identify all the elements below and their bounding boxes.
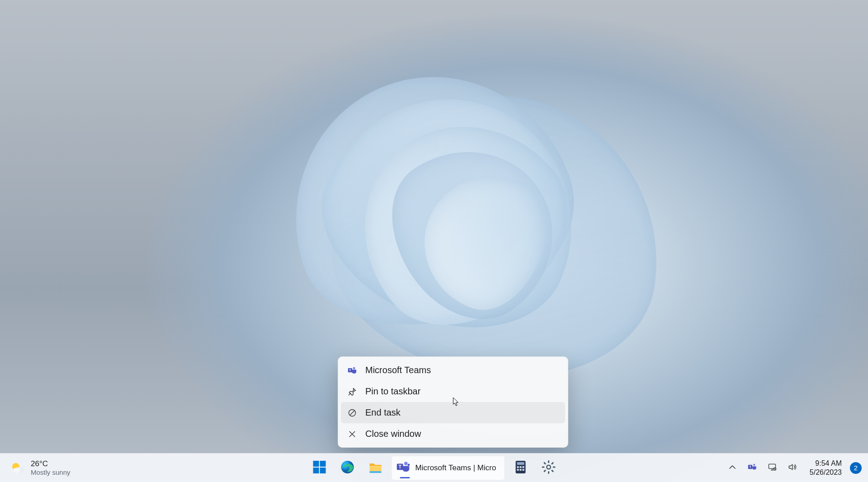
taskbar: 26°C Mostly sunny T Microsoft Teams | Mi… [0, 453, 868, 482]
folder-icon [368, 460, 383, 476]
svg-rect-29 [548, 460, 549, 463]
svg-point-2 [353, 367, 355, 369]
speaker-icon [788, 463, 797, 473]
taskbar-context-menu: T Microsoft Teams Pin to taskbar End tas… [338, 356, 568, 448]
svg-rect-34 [543, 469, 546, 472]
gear-icon [541, 460, 556, 476]
monitor-icon [768, 463, 777, 473]
svg-rect-21 [517, 462, 524, 465]
calculator-icon [513, 460, 528, 476]
prohibit-icon [347, 408, 357, 418]
notification-badge[interactable]: 2 [850, 462, 862, 474]
system-tray: T 9:54 AM 5/26/2023 2 [724, 457, 868, 479]
tray-overflow-button[interactable] [724, 457, 741, 479]
context-menu-item-app[interactable]: T Microsoft Teams [341, 360, 565, 381]
context-menu-item-close[interactable]: Close window [341, 423, 565, 445]
notification-count: 2 [854, 464, 858, 472]
svg-point-37 [547, 466, 550, 468]
svg-rect-27 [522, 469, 524, 471]
svg-rect-30 [548, 471, 549, 474]
close-icon [347, 429, 357, 439]
svg-text:T: T [349, 369, 351, 372]
svg-rect-10 [313, 461, 319, 467]
calculator-button[interactable] [508, 456, 533, 480]
svg-rect-35 [543, 462, 546, 464]
svg-point-19 [408, 463, 410, 466]
clock-time: 9:54 AM [815, 459, 842, 468]
context-menu-item-end-task[interactable]: End task [341, 402, 565, 423]
svg-rect-33 [551, 462, 554, 464]
taskbar-center: T Microsoft Teams | Micro [307, 456, 561, 480]
teams-icon: T [396, 460, 410, 476]
svg-rect-31 [542, 466, 544, 468]
tray-monitor-button[interactable] [764, 457, 781, 479]
active-indicator [400, 477, 410, 478]
weather-desc: Mostly sunny [31, 468, 71, 476]
svg-rect-12 [313, 468, 319, 473]
pin-icon [347, 387, 357, 397]
file-explorer-button[interactable] [363, 456, 388, 480]
svg-text:T: T [749, 465, 751, 468]
windows-icon [312, 460, 327, 476]
svg-rect-15 [370, 471, 382, 473]
svg-rect-23 [519, 466, 521, 468]
svg-line-4 [350, 411, 354, 415]
svg-rect-26 [519, 469, 521, 471]
context-menu-label: Pin to taskbar [365, 386, 420, 397]
svg-rect-36 [551, 469, 554, 472]
svg-rect-22 [517, 466, 519, 468]
chevron-up-icon [728, 463, 737, 473]
svg-text:T: T [398, 464, 401, 469]
context-menu-label: End task [365, 407, 401, 418]
weather-text: 26°C Mostly sunny [31, 459, 71, 476]
settings-button[interactable] [536, 456, 561, 480]
svg-point-9 [13, 468, 20, 473]
tray-volume-button[interactable] [783, 457, 801, 479]
teams-icon: T [748, 463, 757, 473]
weather-icon [10, 460, 25, 475]
weather-widget[interactable]: 26°C Mostly sunny [0, 459, 136, 476]
teams-taskbar-window[interactable]: T Microsoft Teams | Micro [392, 456, 505, 480]
context-menu-label: Close window [365, 429, 421, 439]
teams-window-title: Microsoft Teams | Micro [415, 463, 496, 473]
svg-rect-25 [517, 469, 519, 471]
svg-point-18 [404, 462, 408, 465]
svg-rect-13 [320, 468, 326, 473]
context-menu-label: Microsoft Teams [365, 365, 431, 375]
weather-temp: 26°C [31, 459, 71, 468]
context-menu-item-pin[interactable]: Pin to taskbar [341, 381, 565, 402]
svg-rect-32 [552, 466, 555, 468]
clock-date[interactable]: 9:54 AM 5/26/2023 [803, 459, 845, 476]
start-button[interactable] [307, 456, 332, 480]
tray-teams-button[interactable]: T [744, 457, 761, 479]
teams-icon: T [347, 365, 357, 375]
svg-rect-24 [522, 466, 524, 468]
svg-point-40 [753, 463, 755, 465]
svg-rect-11 [320, 461, 326, 467]
edge-icon [340, 460, 355, 476]
edge-button[interactable] [335, 456, 360, 480]
clock-date-text: 5/26/2023 [810, 468, 842, 477]
